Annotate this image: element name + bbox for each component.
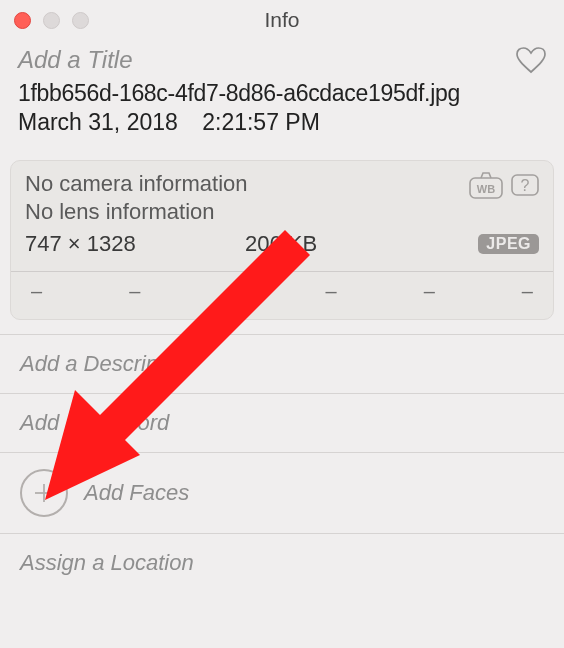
dimensions-label: 747 × 1328 [25,231,245,257]
exif-slot: – [227,280,238,303]
exif-placeholder-row: – – – – – – [25,272,539,319]
help-icon[interactable]: ? [511,171,539,203]
plus-icon [32,481,56,505]
exif-slot: – [522,280,533,303]
exif-slot: – [326,280,337,303]
exif-slot: – [31,280,42,303]
camera-card-icons: WB ? [469,171,539,203]
camera-info-text: No camera information [25,171,539,197]
location-section[interactable]: Assign a Location [0,533,564,592]
date-label: March 31, 2018 [18,109,178,135]
close-window-button[interactable] [14,12,31,29]
faces-label: Add Faces [84,480,189,506]
add-face-button[interactable] [20,469,68,517]
description-input[interactable]: Add a Description [20,351,544,377]
exif-slot: – [129,280,140,303]
maximize-window-button[interactable] [72,12,89,29]
format-badge: JPEG [478,234,539,254]
time-label: 2:21:57 PM [202,109,320,135]
keyword-input[interactable]: Add a Keyword [20,410,544,436]
description-section[interactable]: Add a Description [0,334,564,393]
lens-info-text: No lens information [25,199,539,225]
keyword-section[interactable]: Add a Keyword [0,393,564,452]
exif-slot: – [424,280,435,303]
datetime-label: March 31, 2018 2:21:57 PM [18,109,546,136]
info-header: Add a Title 1fbb656d-168c-4fd7-8d86-a6cd… [0,40,564,146]
filesize-label: 206 KB [245,231,478,257]
traffic-lights [14,12,89,29]
svg-text:WB: WB [477,183,495,195]
white-balance-icon[interactable]: WB [469,171,503,203]
window-titlebar: Info [0,0,564,40]
camera-info-card: WB ? No camera information No lens infor… [10,160,554,320]
favorite-heart-icon[interactable] [516,47,546,74]
minimize-window-button[interactable] [43,12,60,29]
title-input[interactable]: Add a Title [18,46,516,74]
svg-text:?: ? [521,177,530,194]
filename-label: 1fbb656d-168c-4fd7-8d86-a6cdace195df.jpg [18,80,546,107]
location-input[interactable]: Assign a Location [20,550,544,576]
faces-section[interactable]: Add Faces [0,452,564,533]
